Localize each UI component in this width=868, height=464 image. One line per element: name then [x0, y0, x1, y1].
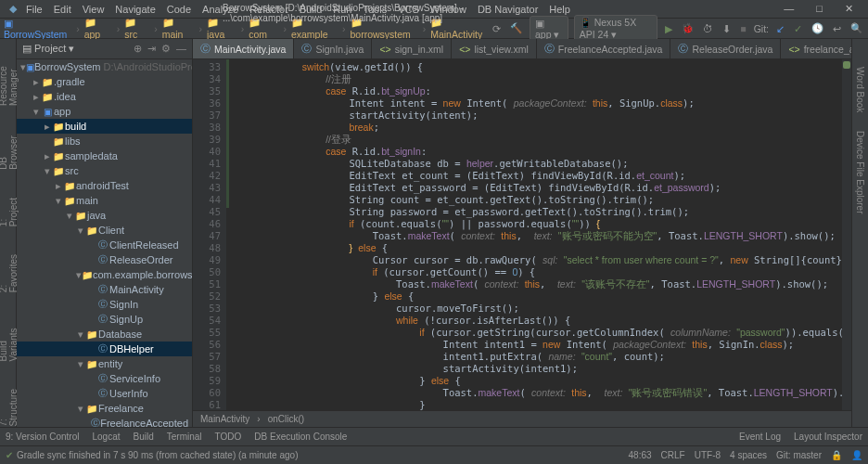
- indent-info[interactable]: 4 spaces: [730, 450, 767, 460]
- git-history-icon[interactable]: 🕓: [810, 22, 825, 34]
- git-label: Git:: [754, 23, 769, 34]
- code-editor[interactable]: switch(view.getId()) { //注册 case R.id.bt…: [226, 59, 851, 410]
- tab-releaseorder-java[interactable]: ⒸReleaseOrder.java: [670, 39, 781, 58]
- minimize-icon[interactable]: —: [778, 3, 799, 15]
- tool-9--version-control[interactable]: 9: Version Control: [6, 432, 80, 442]
- tree-node-signin[interactable]: ⒸSignIn: [17, 297, 192, 312]
- tool-db-browser[interactable]: DB Browser: [0, 134, 19, 170]
- close-icon[interactable]: ✕: [839, 3, 859, 15]
- profile-icon[interactable]: ⏱: [701, 23, 715, 34]
- menu-code[interactable]: Code: [161, 4, 197, 15]
- tree-node-java[interactable]: ▾📁java: [17, 208, 192, 223]
- tree-node-sampledata[interactable]: ▸📁sampledata: [17, 148, 192, 163]
- tool-build-variants[interactable]: Build Variants: [0, 320, 19, 361]
- tool-device-file-explorer[interactable]: Device File Explorer: [855, 131, 865, 213]
- debug-icon[interactable]: 🐞: [680, 22, 696, 34]
- tab-freelanceaccepted-java[interactable]: ⒸFreelanceAccepted.java: [537, 39, 671, 58]
- editor-area: ⒸMainActivity.javaⒸSignIn.java<>sign_in.…: [193, 39, 851, 427]
- tree-node-serviceinfo[interactable]: ⒸServiceInfo: [17, 371, 192, 386]
- run-icon[interactable]: ▶: [663, 23, 674, 34]
- left-tool-rail: Resource ManagerDB Browser1: Project2: F…: [0, 39, 17, 427]
- tab-signin-java[interactable]: ⒸSignIn.java: [294, 39, 372, 58]
- tool-build[interactable]: Build: [134, 432, 154, 442]
- editor-breadcrumb[interactable]: MainActivity › onClick(): [193, 410, 851, 427]
- tree-node-build[interactable]: ▸📁build: [17, 119, 192, 134]
- menu-file[interactable]: File: [20, 4, 48, 15]
- project-tree[interactable]: ▾▣BorrowSystem D:\AndroidStudioProjects\…: [17, 59, 192, 427]
- editor-tabs: ⒸMainActivity.javaⒸSignIn.java<>sign_in.…: [193, 39, 851, 59]
- tree-node-dbhelper[interactable]: ⒸDBHelper: [17, 342, 192, 356]
- lock-icon[interactable]: 🔒: [831, 450, 842, 460]
- tab-freelance_accepted-xml[interactable]: <>freelance_accepted.xml: [781, 39, 851, 58]
- tree-node-androidtest[interactable]: ▸📁androidTest: [17, 178, 192, 193]
- tree-node-main[interactable]: ▾📁main: [17, 193, 192, 208]
- tool-7--structure[interactable]: 7: Structure: [0, 389, 19, 427]
- tool-event-log[interactable]: Event Log: [739, 432, 781, 442]
- tab-mainactivity-java[interactable]: ⒸMainActivity.java: [193, 39, 294, 58]
- file-encoding[interactable]: UTF-8: [695, 450, 721, 460]
- tree-node-src[interactable]: ▾📁src: [17, 163, 192, 178]
- inspection-ok-icon: [843, 61, 850, 69]
- error-stripe[interactable]: [842, 59, 851, 410]
- tree-node-releaseorder[interactable]: ⒸReleaseOrder: [17, 252, 192, 267]
- tree-node-client[interactable]: ▾📁Client: [17, 223, 192, 238]
- status-message: Gradle sync finished in 7 s 90 ms (from …: [17, 450, 298, 460]
- tree-node-signup[interactable]: ⒸSignUp: [17, 312, 192, 327]
- stop-icon[interactable]: ■: [738, 23, 747, 34]
- tool-layout-inspector[interactable]: Layout Inspector: [794, 432, 862, 442]
- tree-node-borrowsystem[interactable]: ▾▣BorrowSystem D:\AndroidStudioProjects\…: [17, 59, 192, 74]
- tool-word-book[interactable]: Word Book: [855, 67, 865, 112]
- tool-todo[interactable]: TODO: [215, 432, 242, 442]
- collapse-icon[interactable]: ⇥: [147, 43, 156, 55]
- tree-node-database[interactable]: ▾📁Database: [17, 327, 192, 342]
- git-commit-icon[interactable]: ✓: [792, 23, 804, 34]
- tree-node-entity[interactable]: ▾📁entity: [17, 356, 192, 371]
- menu-edit[interactable]: Edit: [48, 4, 77, 15]
- tree-node-freelanceaccepted[interactable]: ⒸFreelanceAccepted: [17, 416, 192, 427]
- tab-sign_in-xml[interactable]: <>sign_in.xml: [372, 39, 452, 58]
- tree-node-clientreleased[interactable]: ⒸClientReleased: [17, 238, 192, 252]
- project-tool-window: ▤ Project ▾ ⊕ ⇥ ⚙ — ▾▣BorrowSystem D:\An…: [17, 39, 193, 427]
- tool-db-execution-console[interactable]: DB Execution Console: [254, 432, 347, 442]
- tool-logcat[interactable]: Logcat: [93, 432, 121, 442]
- sync-icon[interactable]: ⟳: [491, 23, 503, 34]
- attach-icon[interactable]: ⬇: [721, 23, 733, 34]
- build-icon[interactable]: 🔨: [508, 22, 524, 34]
- tree-node-freelance[interactable]: ▾📁Freelance: [17, 401, 192, 416]
- bottom-tool-bar: 9: Version ControlLogcatBuildTerminalTOD…: [0, 427, 868, 445]
- tool-2--favorites[interactable]: 2: Favorites: [0, 254, 19, 292]
- git-revert-icon[interactable]: ↩: [831, 23, 843, 34]
- tool-1--project[interactable]: 1: Project: [0, 198, 19, 226]
- tree-node--idea[interactable]: ▸📁.idea: [17, 89, 192, 104]
- memory-indicator[interactable]: 👤: [851, 450, 862, 460]
- project-view-dropdown[interactable]: ▤ Project ▾: [22, 43, 74, 55]
- tree-node-libs[interactable]: 📁libs: [17, 134, 192, 148]
- select-opened-icon[interactable]: ⊕: [134, 43, 142, 55]
- status-ok-icon: ✔: [6, 450, 13, 460]
- tab-list_view-xml[interactable]: <>list_view.xml: [452, 39, 537, 58]
- menu-navigate[interactable]: Navigate: [109, 4, 160, 15]
- line-gutter[interactable]: 33 34 35 36 37 38 39 40 41 42 43 44 45 4…: [193, 59, 226, 410]
- vcs-change-marker: [226, 59, 229, 208]
- menu-view[interactable]: View: [77, 4, 110, 15]
- gear-icon[interactable]: ⚙: [161, 43, 171, 55]
- tree-node-app[interactable]: ▾▣app: [17, 104, 192, 119]
- tool-resource-manager[interactable]: Resource Manager: [0, 48, 19, 106]
- line-separator[interactable]: CRLF: [661, 450, 685, 460]
- window-title: BorrowSystem [D:\AndroidStudioProjects\B…: [217, 3, 651, 23]
- app-logo-icon: ◆: [4, 3, 17, 16]
- git-branch[interactable]: Git: master: [776, 450, 822, 460]
- tree-node--gradle[interactable]: ▸📁.gradle: [17, 74, 192, 89]
- tree-node-com-example-borrowsystem[interactable]: ▾📁com.example.borrowsystem: [17, 267, 192, 282]
- search-icon[interactable]: 🔍: [849, 22, 864, 34]
- tool-terminal[interactable]: Terminal: [167, 432, 202, 442]
- caret-position[interactable]: 48:63: [629, 450, 652, 460]
- maximize-icon[interactable]: □: [811, 3, 828, 15]
- right-tool-rail: Word BookDevice File Explorer: [851, 39, 868, 427]
- status-bar: ✔ Gradle sync finished in 7 s 90 ms (fro…: [0, 445, 868, 464]
- git-pull-icon[interactable]: ↙: [774, 23, 786, 34]
- tree-node-userinfo[interactable]: ⒸUserInfo: [17, 386, 192, 401]
- hide-icon[interactable]: —: [176, 43, 186, 55]
- tree-node-mainactivity[interactable]: ⒸMainActivity: [17, 282, 192, 297]
